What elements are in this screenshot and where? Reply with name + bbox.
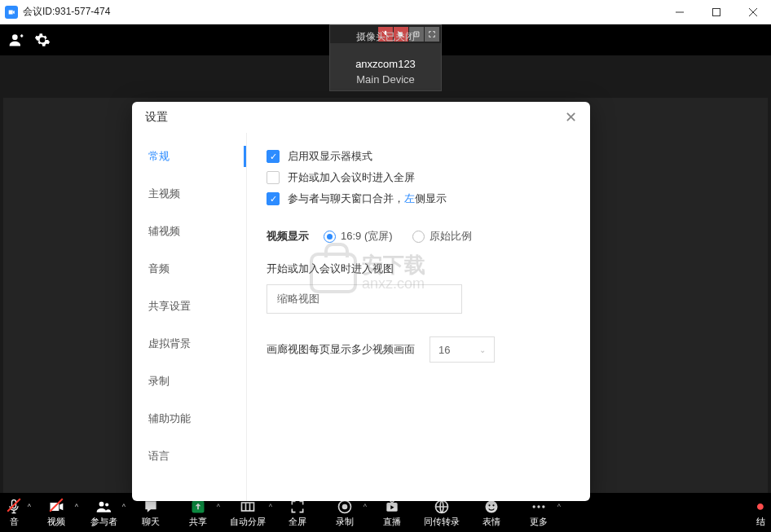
main-area: 摄像头已关闭 anxzcom123 Main Device 音 ^ 视频 ^ 参…: [0, 24, 771, 532]
modal-title: 设置: [145, 110, 565, 125]
svg-rect-0: [712, 8, 720, 15]
enter-view-label: 开始或加入会议时进入视图: [267, 262, 571, 276]
bt-video[interactable]: 视频 ^: [33, 493, 80, 532]
camera-icon: [47, 498, 65, 516]
svg-point-15: [542, 505, 544, 508]
add-user-icon[interactable]: [7, 30, 26, 50]
sidebar-item-share[interactable]: 共享设置: [132, 288, 246, 325]
checkbox-icon: [267, 192, 280, 205]
sidebar-item-aux-video[interactable]: 辅视频: [132, 213, 246, 250]
video-tile: 摄像头已关闭 anxzcom123 Main Device: [329, 24, 442, 91]
checkbox-fullscreen-on-join[interactable]: 开始或加入会议时进入全屏: [267, 170, 571, 185]
minimize-button[interactable]: [661, 0, 698, 24]
close-button[interactable]: [734, 0, 771, 24]
enter-view-select[interactable]: 缩略视图: [267, 284, 462, 314]
tile-status: 摄像头已关闭: [330, 29, 441, 46]
bt-audio[interactable]: 音 ^: [0, 493, 33, 532]
chevron-down-icon: ⌄: [479, 345, 486, 354]
svg-point-12: [492, 504, 494, 506]
radio-icon: [412, 231, 425, 243]
settings-modal: 设置 ✕ 常规 主视频 辅视频 音频 共享设置 虚拟背景 录制 辅助功能 语言 …: [132, 102, 590, 501]
close-icon[interactable]: ✕: [565, 108, 577, 126]
sidebar-item-language[interactable]: 语言: [132, 437, 246, 475]
sidebar-item-audio[interactable]: 音频: [132, 250, 246, 288]
chevron-up-icon[interactable]: ^: [363, 503, 367, 511]
sidebar-item-general[interactable]: 常规: [132, 138, 246, 175]
gear-icon[interactable]: [33, 30, 52, 50]
mic-icon: [6, 498, 22, 516]
tile-device: Main Device: [330, 73, 441, 90]
checkbox-icon: [267, 171, 280, 184]
svg-point-7: [342, 503, 348, 509]
video-display-label: 视频显示: [267, 229, 309, 244]
bt-participants[interactable]: 参与者 ^: [80, 493, 127, 532]
svg-point-1: [12, 34, 18, 40]
video-display-radios: 16:9 (宽屏) 原始比例: [324, 229, 472, 244]
radio-16-9[interactable]: 16:9 (宽屏): [324, 229, 393, 244]
modal-header: 设置 ✕: [132, 102, 590, 133]
chevron-up-icon[interactable]: ^: [269, 503, 272, 511]
checkbox-dual-monitor[interactable]: 启用双显示器模式: [267, 149, 571, 164]
participants-icon: [95, 498, 112, 516]
checkbox-merge-chat[interactable]: 参与者与聊天窗口合并，左侧显示: [267, 191, 571, 206]
sidebar-item-main-video[interactable]: 主视频: [132, 175, 246, 213]
sidebar-item-accessibility[interactable]: 辅助功能: [132, 400, 246, 437]
chevron-up-icon[interactable]: ^: [217, 503, 220, 511]
checkbox-icon: [267, 150, 280, 163]
bt-end[interactable]: ● 结: [747, 493, 771, 532]
end-icon: ●: [756, 498, 765, 516]
sidebar-item-virtual-bg[interactable]: 虚拟背景: [132, 325, 246, 363]
chevron-up-icon[interactable]: ^: [557, 503, 561, 511]
app-icon: [5, 6, 18, 19]
sidebar-item-record[interactable]: 录制: [132, 363, 246, 400]
svg-point-3: [105, 503, 108, 506]
modal-sidebar: 常规 主视频 辅视频 音频 共享设置 虚拟背景 录制 辅助功能 语言: [132, 133, 246, 501]
chevron-up-icon[interactable]: ^: [122, 503, 126, 511]
svg-point-11: [488, 504, 490, 506]
modal-content: 启用双显示器模式 开始或加入会议时进入全屏 参与者与聊天窗口合并，左侧显示 视频…: [246, 133, 590, 501]
window-title: 会议ID:931-577-474: [23, 5, 661, 19]
svg-point-14: [537, 505, 540, 508]
tile-username: anxzcom123: [330, 58, 441, 73]
radio-icon: [324, 231, 336, 243]
svg-rect-5: [242, 503, 254, 511]
maximize-button[interactable]: [698, 0, 734, 24]
svg-point-10: [486, 500, 498, 512]
svg-point-13: [533, 505, 535, 508]
chevron-up-icon[interactable]: ^: [75, 503, 78, 511]
gallery-count-select[interactable]: 16 ⌄: [430, 336, 495, 363]
gallery-label: 画廊视图每页显示多少视频画面: [267, 342, 415, 357]
svg-point-2: [99, 501, 104, 506]
radio-original[interactable]: 原始比例: [412, 229, 472, 244]
chevron-up-icon[interactable]: ^: [28, 503, 31, 511]
titlebar: 会议ID:931-577-474: [0, 0, 771, 24]
window-controls: [661, 0, 771, 24]
